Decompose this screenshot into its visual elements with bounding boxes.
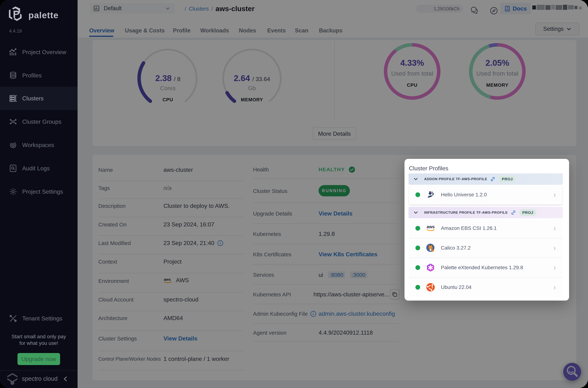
svg-text:aws: aws [427, 224, 435, 229]
